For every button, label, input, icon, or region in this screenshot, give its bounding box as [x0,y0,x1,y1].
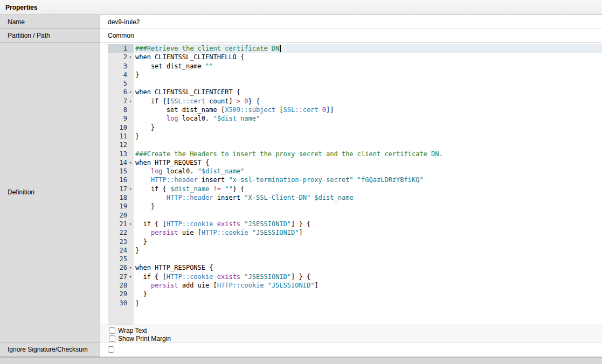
fold-arrow-icon[interactable]: ▾ [127,158,134,167]
line-number-8: 8 [108,106,134,114]
line-number-23: 23 [108,237,134,246]
line-number-28: 28 [108,281,134,290]
code-line-22[interactable]: persist uie [HTTP::cookie "JSESSIONID"] [135,228,602,237]
code-line-17[interactable]: if { $dist_name != ""} { [135,185,602,193]
line-number-5: 5 [108,79,134,88]
line-number: 10 [120,123,127,132]
fold-toggle-line-26[interactable]: 26▾ [108,263,134,272]
show-print-margin-option: Show Print Margin [109,334,602,342]
code-line-6[interactable]: when CLIENTSSL_CLIENTCERT { [135,88,602,96]
code-line-1[interactable]: ###Retrieve the client certificate DN [135,44,602,53]
fold-toggle-line-2[interactable]: 2▾ [108,53,134,61]
code-line-16[interactable]: HTTP::header insert "x-ssl-termination-p… [135,176,602,184]
fold-toggle-line-27[interactable]: 27▾ [108,272,134,281]
fold-arrow-icon[interactable]: ▾ [127,185,134,193]
line-number: 27 [120,272,127,281]
code-line-9[interactable]: log local0. "$dist_name" [135,114,602,123]
fold-arrow-icon[interactable]: ▾ [127,272,134,281]
fold-arrow-icon[interactable]: ▾ [127,220,134,228]
line-number: 4 [123,71,127,79]
fold-arrow-icon[interactable]: ▾ [127,88,134,96]
code-line-28[interactable]: persist add uie [HTTP::cookie "JSESSIONI… [135,281,602,290]
fold-arrow-icon[interactable]: ▾ [127,53,134,61]
line-number: 3 [123,62,127,71]
row-ignore-signature: Ignore Signature/Checksum [0,342,602,357]
line-number-12: 12 [108,141,134,149]
code-line-27[interactable]: if { [HTTP::cookie exists "JSESSIONID"] … [135,272,602,281]
line-number: 11 [120,132,127,141]
line-number-24: 24 [108,246,134,255]
line-number: 16 [120,176,127,184]
code-line-20[interactable] [135,211,602,220]
ignore-signature-checkbox[interactable] [108,346,114,353]
irule-properties-page: Properties Name dev9-irule2 Partition / … [0,0,602,364]
editor-options: Wrap Text Show Print Margin [100,325,602,342]
line-number: 14 [120,158,127,167]
show-print-margin-label: Show Print Margin [118,335,171,342]
code-line-24[interactable]: } [135,246,602,255]
line-number: 21 [120,220,127,228]
code-line-21[interactable]: if { [HTTP::cookie exists "JSESSIONID"] … [135,220,602,228]
fold-toggle-line-14[interactable]: 14▾ [108,158,134,167]
code-editor[interactable]: 12▾3456▾7▾891011121314▾151617▾18192021▾2… [108,44,602,325]
code-line-25[interactable] [135,255,602,263]
line-number: 13 [120,150,127,158]
code-line-23[interactable]: } [135,237,602,246]
row-definition: Definition 12▾3456▾7▾891011121314▾151617… [0,43,602,342]
ignore-signature-value [100,342,602,357]
section-header: Properties [0,0,602,15]
code-line-4[interactable]: } [135,71,602,79]
code-line-15[interactable]: log local0. "$dist_name" [135,167,602,176]
code-line-7[interactable]: if {[SSL::cert count] > 0} { [135,97,602,106]
text-cursor [280,45,281,52]
code-line-29[interactable]: } [135,290,602,298]
fold-arrow-icon[interactable]: ▾ [127,97,134,106]
line-number-3: 3 [108,62,134,71]
code-line-19[interactable]: } [135,202,602,211]
line-number-16: 16 [108,176,134,184]
line-number: 23 [120,237,127,246]
definition-value: 12▾3456▾7▾891011121314▾151617▾18192021▾2… [100,43,602,342]
code-line-8[interactable]: set dist_name [X509::subject [SSL::cert … [135,106,602,114]
code-line-2[interactable]: when CLIENTSSL_CLIENTHELLO { [135,53,602,61]
line-number: 22 [120,228,127,237]
wrap-text-checkbox[interactable] [109,327,115,334]
code-line-30[interactable]: } [135,299,602,307]
page-footer [0,357,602,364]
line-number-15: 15 [108,167,134,176]
show-print-margin-checkbox[interactable] [109,335,115,342]
code-line-10[interactable]: } [135,123,602,132]
line-number-9: 9 [108,114,134,123]
line-number-4: 4 [108,71,134,79]
name-label: Name [0,15,100,29]
code-line-5[interactable] [135,79,602,88]
editor-code[interactable]: ###Retrieve the client certificate DNwhe… [134,44,602,325]
code-line-12[interactable] [135,141,602,149]
section-title: Properties [5,4,37,11]
fold-toggle-line-7[interactable]: 7▾ [108,97,134,106]
code-line-26[interactable]: when HTTP_RESPONSE { [135,263,602,272]
code-line-14[interactable]: when HTTP_REQUEST { [135,158,602,167]
fold-arrow-icon[interactable]: ▾ [127,263,134,272]
line-number: 9 [123,114,127,123]
code-line-3[interactable]: set dist_name "" [135,62,602,71]
partition-path-value: Common [100,29,602,43]
line-number: 1 [123,44,127,53]
fold-toggle-line-17[interactable]: 17▾ [108,185,134,193]
row-partition: Partition / Path Common [0,29,602,43]
fold-toggle-line-21[interactable]: 21▾ [108,220,134,228]
fold-toggle-line-6[interactable]: 6▾ [108,88,134,96]
code-line-18[interactable]: HTTP::header insert "X-SSL-Client-DN" $d… [135,193,602,202]
line-number: 6 [123,88,127,96]
ignore-signature-label: Ignore Signature/Checksum [0,342,100,357]
editor-gutter: 12▾3456▾7▾891011121314▾151617▾18192021▾2… [108,44,134,325]
definition-label: Definition [0,43,100,342]
line-number-30: 30 [108,299,134,307]
line-number: 7 [123,97,127,106]
wrap-text-option: Wrap Text [109,326,602,334]
code-line-11[interactable]: } [135,132,602,141]
line-number-22: 22 [108,228,134,237]
partition-path-label: Partition / Path [0,29,100,43]
code-line-13[interactable]: ###Create the Headers to insert the prox… [135,150,602,158]
line-number-19: 19 [108,202,134,211]
